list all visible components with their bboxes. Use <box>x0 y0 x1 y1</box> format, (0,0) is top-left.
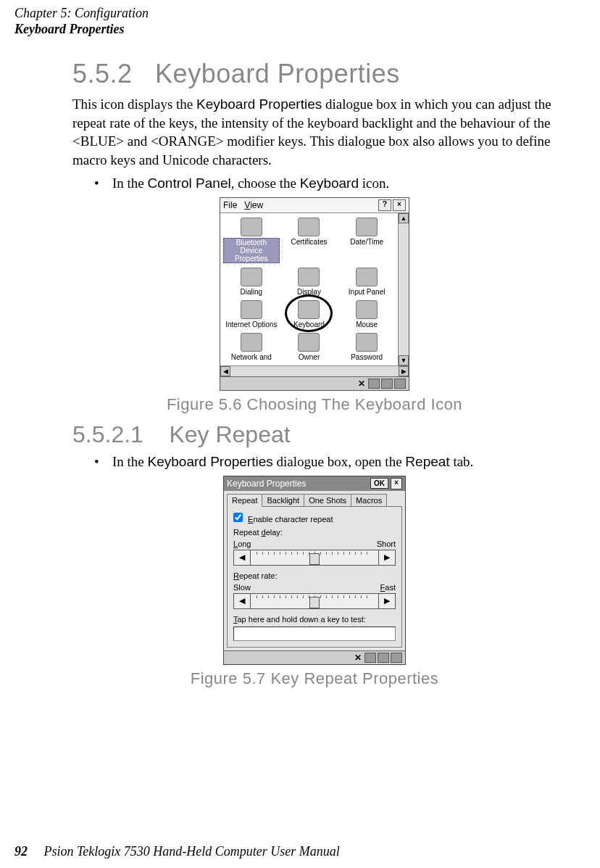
enable-repeat-checkbox[interactable] <box>233 513 243 522</box>
taskbar: ✕ <box>224 650 405 664</box>
slider-track[interactable] <box>251 593 378 609</box>
slider-track[interactable] <box>251 550 378 566</box>
scroll-left-icon[interactable]: ◀ <box>220 366 230 376</box>
enable-repeat-label: Enable character repeat <box>248 515 333 524</box>
page-number: 92 <box>14 844 28 859</box>
slider-thumb[interactable] <box>309 553 320 565</box>
close-button[interactable]: × <box>391 478 402 489</box>
tab-repeat[interactable]: Repeat <box>227 494 262 507</box>
page-footer: 92 Psion Teklogix 7530 Hand-Held Compute… <box>14 844 586 859</box>
scroll-track[interactable] <box>399 223 409 355</box>
dialog-tabs: RepeatBacklightOne ShotsMacros <box>224 491 405 506</box>
horizontal-scrollbar[interactable]: ◀ ▶ <box>220 365 409 376</box>
cp-item-label: Password <box>338 353 395 361</box>
tray-close-icon[interactable]: ✕ <box>357 379 367 389</box>
repeat-delay-slider[interactable]: ◀ ▶ <box>233 550 396 566</box>
intro-paragraph: This icon displays the Keyboard Properti… <box>72 95 557 170</box>
cp-item-bluetooth-device-properties[interactable]: Bluetooth Device Properties <box>223 216 280 265</box>
dialing-icon <box>241 268 262 286</box>
mouse-icon <box>356 300 378 319</box>
tray-icon[interactable] <box>368 379 380 389</box>
cp-item-input-panel[interactable]: Input Panel <box>338 266 395 297</box>
heading-number: 5.5.2 <box>72 59 133 88</box>
taskbar: ✕ <box>220 376 409 390</box>
cp-item-label: Owner <box>281 353 338 361</box>
cp-item-label: Network and <box>223 353 280 361</box>
network-and-icon <box>241 333 262 352</box>
menu-view[interactable]: View <box>244 200 263 210</box>
tab-one-shots[interactable]: One Shots <box>304 494 351 506</box>
cp-item-label: Internet Options <box>223 321 280 328</box>
ok-button[interactable]: OK <box>370 478 388 489</box>
cp-item-date-time[interactable]: Date/Time <box>338 216 395 265</box>
figure-5-7-caption: Figure 5.7 Key Repeat Properties <box>72 669 557 688</box>
cp-item-network-and[interactable]: Network and <box>223 331 280 363</box>
cp-item-password[interactable]: Password <box>338 331 395 363</box>
help-button[interactable]: ? <box>378 199 391 211</box>
cp-item-keyboard[interactable]: Keyboard <box>281 299 338 330</box>
cp-item-dialing[interactable]: Dialing <box>223 266 280 297</box>
certificates-icon <box>298 218 320 236</box>
cp-item-label: Mouse <box>338 321 395 328</box>
vertical-scrollbar[interactable]: ▲ ▼ <box>398 213 409 365</box>
close-button[interactable]: × <box>393 199 406 211</box>
repeat-rate-slider[interactable]: ◀ ▶ <box>233 593 396 609</box>
repeat-panel: Enable character repeat Repeat delay: Lo… <box>227 506 402 648</box>
section-label: Keyboard Properties <box>14 22 586 38</box>
slider-left-icon[interactable]: ◀ <box>233 550 251 566</box>
slider-thumb[interactable] <box>309 597 320 608</box>
page-header: Chapter 5: Configuration Keyboard Proper… <box>0 0 600 37</box>
cp-item-label: Input Panel <box>338 288 395 296</box>
cp-item-label: Bluetooth Device Properties <box>223 238 280 263</box>
cp-item-owner[interactable]: Owner <box>281 331 338 363</box>
scroll-up-icon[interactable]: ▲ <box>399 213 409 223</box>
tray-icon[interactable] <box>378 653 389 663</box>
scroll-track-h[interactable] <box>230 366 399 376</box>
tab-macros[interactable]: Macros <box>351 494 387 506</box>
control-panel-menubar: File View ? × <box>220 198 409 213</box>
repeat-rate-label: Repeat rate: <box>233 571 396 580</box>
password-icon <box>356 333 378 352</box>
cp-item-display[interactable]: Display <box>281 266 338 297</box>
control-panel-window: File View ? × Bluetooth Device Propertie… <box>220 197 409 391</box>
cp-item-certificates[interactable]: Certificates <box>281 216 338 265</box>
slider-left-icon[interactable]: ◀ <box>233 593 251 609</box>
dialog-titlebar: Keyboard Properties OK × <box>224 476 405 491</box>
owner-icon <box>298 333 320 352</box>
internet-options-icon <box>241 300 262 319</box>
tray-icon[interactable] <box>391 653 402 663</box>
rate-slow-label: Slow <box>233 583 251 592</box>
tray-icon[interactable] <box>381 379 393 389</box>
cp-item-label: Keyboard <box>281 321 338 328</box>
test-input[interactable] <box>233 627 396 641</box>
scroll-right-icon[interactable]: ▶ <box>399 366 409 376</box>
figure-5-6-caption: Figure 5.6 Choosing The Keyboard Icon <box>72 395 557 414</box>
dialog-title: Keyboard Properties <box>227 479 306 489</box>
display-icon <box>298 268 320 286</box>
keyboard-icon <box>298 300 320 319</box>
date-time-icon <box>356 218 378 236</box>
bullet-choose-keyboard: In the Control Panel, choose the Keyboar… <box>94 175 557 191</box>
tray-icon[interactable] <box>364 653 376 663</box>
cp-item-label: Dialing <box>223 288 280 296</box>
cp-item-label: Date/Time <box>338 238 395 246</box>
tray-close-icon[interactable]: ✕ <box>353 653 363 663</box>
slider-right-icon[interactable]: ▶ <box>378 593 396 609</box>
menu-file[interactable]: File <box>223 200 237 210</box>
delay-short-label: Short <box>377 540 396 548</box>
delay-long-label: Long <box>233 540 251 548</box>
slider-right-icon[interactable]: ▶ <box>378 550 396 566</box>
heading-5-5-2-1: 5.5.2.1 Key Repeat <box>72 421 557 448</box>
test-label: Tap here and hold down a key to test: <box>233 615 396 624</box>
cp-item-internet-options[interactable]: Internet Options <box>223 299 280 330</box>
heading-number: 5.5.2.1 <box>72 421 143 447</box>
tray-icon[interactable] <box>394 379 406 389</box>
enable-repeat-row: Enable character repeat <box>233 513 396 528</box>
keyboard-properties-dialog: Keyboard Properties OK × RepeatBacklight… <box>223 476 406 665</box>
cp-item-label: Certificates <box>281 238 338 246</box>
scroll-down-icon[interactable]: ▼ <box>399 355 409 365</box>
cp-item-mouse[interactable]: Mouse <box>338 299 395 330</box>
bullet-open-repeat-tab: In the Keyboard Properties dialogue box,… <box>94 454 557 470</box>
tab-backlight[interactable]: Backlight <box>262 494 304 506</box>
input-panel-icon <box>356 268 378 286</box>
